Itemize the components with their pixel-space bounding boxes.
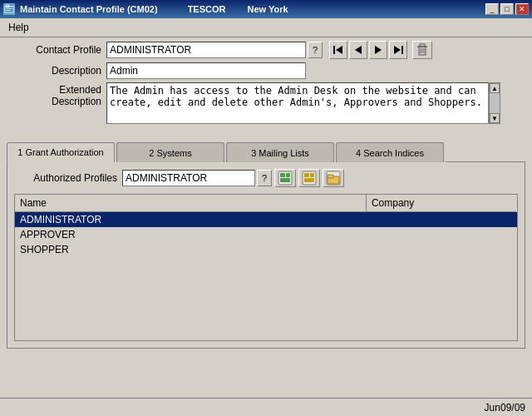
row-name: SHOPPER: [15, 242, 366, 257]
svg-rect-23: [304, 178, 314, 182]
ext-desc-scrollbar[interactable]: ▲ ▼: [489, 82, 500, 124]
svg-rect-19: [280, 178, 290, 182]
contact-profile-question-button[interactable]: ?: [308, 42, 323, 58]
authorized-profiles-row: Authorized Profiles ?: [14, 169, 518, 187]
contact-profile-label: Contact Profile: [7, 44, 106, 56]
window-title: Maintain Contact Profile (CM02): [20, 4, 158, 14]
table-body: ADMINISTRATOR APPROVER SHOPPER: [15, 212, 517, 341]
tabs-container: 1 Grant Authorization 2 Systems 3 Mailin…: [0, 131, 532, 349]
prev-record-button[interactable]: [349, 41, 367, 59]
scroll-down-arrow[interactable]: ▼: [490, 113, 500, 123]
delete-button[interactable]: [412, 41, 432, 59]
table-row[interactable]: [15, 274, 517, 290]
tabs-line: [446, 161, 525, 162]
table-row[interactable]: [15, 307, 517, 324]
ext-description-label: Extended Description: [7, 82, 106, 107]
location-name: New York: [247, 4, 288, 14]
ext-description-row: Extended Description The Admin has acces…: [7, 82, 525, 124]
row-name: APPROVER: [15, 227, 366, 242]
tab-grant-authorization[interactable]: 1 Grant Authorization: [7, 142, 115, 162]
row-company: [366, 227, 516, 242]
status-date: Jun09/09: [485, 402, 525, 414]
auth-question-button[interactable]: ?: [257, 170, 272, 186]
authorized-profiles-input[interactable]: [122, 170, 255, 186]
description-row: Description: [7, 62, 525, 79]
row-company: [366, 242, 516, 257]
help-menu[interactable]: Help: [3, 20, 34, 35]
contact-profile-row: Contact Profile ?: [7, 41, 525, 59]
tabs-row: 1 Grant Authorization 2 Systems 3 Mailin…: [7, 142, 525, 162]
add-profile-button[interactable]: [274, 169, 296, 187]
system-name: TESCOR: [188, 4, 226, 14]
form-area: Contact Profile ?: [0, 37, 532, 131]
tab-panel: Authorized Profiles ?: [7, 162, 525, 349]
close-button[interactable]: ✕: [515, 3, 529, 15]
row-company: [366, 212, 516, 228]
tab-systems[interactable]: 2 Systems: [116, 142, 224, 162]
profiles-table-container: Name Company ADMINISTRATOR APPROVER SHOP…: [14, 194, 518, 341]
app-icon: [3, 3, 15, 15]
profiles-table: Name Company ADMINISTRATOR APPROVER SHOP…: [15, 195, 517, 340]
svg-rect-21: [304, 173, 309, 177]
title-bar: Maintain Contact Profile (CM02) TESCOR N…: [0, 0, 532, 18]
status-bar: Jun09/09: [0, 398, 532, 416]
company-column-header: Company: [366, 195, 516, 212]
svg-rect-17: [280, 173, 285, 177]
browse-profiles-button[interactable]: [323, 169, 344, 187]
table-row[interactable]: [15, 290, 517, 307]
svg-marker-9: [394, 46, 401, 54]
name-column-header: Name: [15, 195, 366, 212]
table-row[interactable]: APPROVER: [15, 227, 517, 242]
nav-buttons: [329, 41, 407, 59]
table-header: Name Company: [15, 195, 517, 212]
last-record-button[interactable]: [389, 41, 407, 59]
svg-marker-5: [336, 46, 342, 54]
svg-rect-26: [328, 175, 333, 178]
menu-bar: Help: [0, 18, 532, 37]
row-name: ADMINISTRATOR: [15, 212, 366, 228]
scroll-up-arrow[interactable]: ▲: [490, 83, 500, 93]
table-row[interactable]: SHOPPER: [15, 242, 517, 257]
tab-mailing-lists[interactable]: 3 Mailing Lists: [226, 142, 334, 162]
table-row[interactable]: [15, 324, 517, 340]
maximize-button[interactable]: □: [500, 3, 514, 15]
next-record-button[interactable]: [369, 41, 387, 59]
svg-rect-18: [286, 173, 290, 177]
ext-description-input[interactable]: The Admin has access to the Admin Desk o…: [106, 82, 489, 124]
description-label: Description: [7, 65, 106, 77]
description-input[interactable]: [106, 62, 306, 79]
table-row[interactable]: [15, 257, 517, 274]
svg-rect-22: [310, 173, 314, 177]
tab-search-indices[interactable]: 4 Search Indices: [336, 142, 444, 162]
contact-profile-input[interactable]: [106, 42, 306, 58]
svg-marker-7: [375, 46, 382, 54]
remove-profile-button[interactable]: [298, 169, 320, 187]
first-record-button[interactable]: [329, 41, 347, 59]
svg-marker-6: [355, 46, 362, 54]
minimize-button[interactable]: _: [485, 3, 499, 15]
authorized-profiles-label: Authorized Profiles: [14, 172, 122, 184]
table-row[interactable]: ADMINISTRATOR: [15, 212, 517, 228]
svg-rect-12: [420, 44, 425, 47]
